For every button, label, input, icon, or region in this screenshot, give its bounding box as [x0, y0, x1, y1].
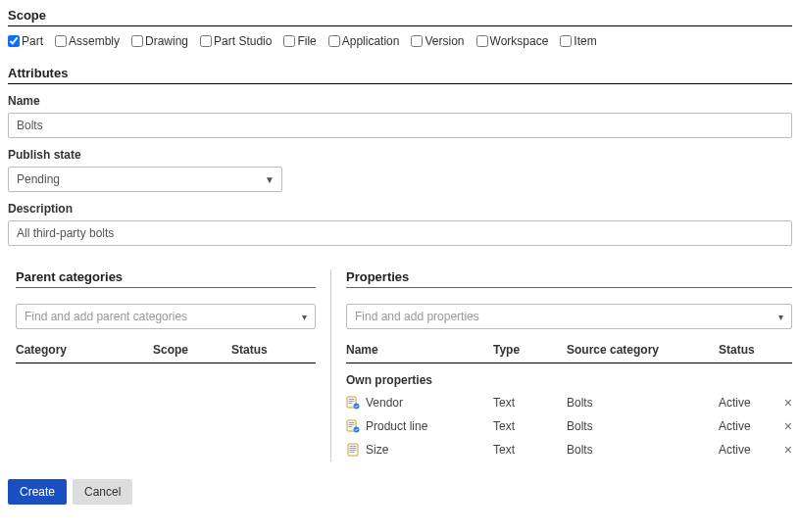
scope-checkbox-assembly[interactable] [55, 35, 67, 47]
scope-option-file[interactable]: File [283, 34, 316, 48]
remove-icon[interactable]: × [773, 395, 792, 411]
scope-label: Application [342, 34, 400, 48]
publish-state-label: Publish state [8, 148, 792, 162]
cancel-button[interactable]: Cancel [73, 479, 132, 505]
name-input[interactable] [8, 113, 792, 138]
scope-label: File [297, 34, 316, 48]
scope-option-partstudio[interactable]: Part Studio [200, 34, 272, 48]
combobox-placeholder: Find and add parent categories [25, 310, 187, 323]
table-row: Vendor Text Bolts Active × [346, 391, 792, 414]
scope-header: Scope [8, 8, 792, 26]
parent-table-header: Category Scope Status [16, 343, 316, 363]
property-type: Text [493, 443, 567, 457]
create-button[interactable]: Create [8, 479, 67, 505]
col-category: Category [16, 343, 153, 357]
property-name: Product line [366, 419, 427, 433]
col-scope: Scope [153, 343, 231, 357]
description-input[interactable] [8, 220, 792, 246]
scope-label: Assembly [69, 34, 120, 48]
remove-icon[interactable]: × [773, 418, 792, 434]
scope-checkbox-partstudio[interactable] [200, 35, 212, 47]
property-source: Bolts [567, 419, 719, 433]
scope-checkbox-workspace[interactable] [476, 35, 488, 47]
table-row: Size Text Bolts Active × [346, 438, 792, 461]
scope-label: Drawing [145, 34, 188, 48]
description-label: Description [8, 202, 792, 216]
scope-label: Item [574, 34, 596, 48]
scope-option-workspace[interactable]: Workspace [476, 34, 549, 48]
chevron-down-icon: ▾ [302, 312, 307, 322]
svg-rect-2 [349, 401, 355, 402]
property-status: Active [719, 419, 773, 433]
property-source: Bolts [567, 443, 719, 457]
properties-combobox[interactable]: Find and add properties ▾ [346, 304, 792, 329]
property-status: Active [719, 396, 773, 410]
scope-label: Version [425, 34, 464, 48]
col-status: Status [231, 343, 316, 357]
scope-option-drawing[interactable]: Drawing [131, 34, 188, 48]
col-name: Name [346, 343, 493, 357]
attributes-header: Attributes [8, 66, 792, 84]
scope-option-assembly[interactable]: Assembly [55, 34, 120, 48]
col-status: Status [719, 343, 792, 357]
svg-rect-7 [349, 424, 355, 425]
svg-rect-6 [349, 422, 355, 423]
parent-categories-combobox[interactable]: Find and add parent categories ▾ [16, 304, 316, 329]
scope-label: Part Studio [214, 34, 272, 48]
scope-option-item[interactable]: Item [560, 34, 596, 48]
property-name: Size [366, 443, 388, 457]
combobox-placeholder: Find and add properties [355, 310, 479, 323]
scope-label: Part [22, 34, 43, 48]
scope-checkbox-item[interactable] [560, 35, 572, 47]
scope-option-part[interactable]: Part [8, 34, 43, 48]
property-status: Active [719, 443, 773, 457]
svg-rect-8 [349, 426, 353, 427]
properties-header: Properties [346, 269, 792, 288]
svg-rect-11 [350, 446, 357, 447]
scope-checkbox-drawing[interactable] [131, 35, 143, 47]
scope-options: Part Assembly Drawing Part Studio File A… [8, 34, 792, 48]
svg-rect-1 [349, 399, 355, 400]
scope-option-application[interactable]: Application [328, 34, 400, 48]
scope-checkbox-application[interactable] [328, 35, 340, 47]
property-type: Text [493, 419, 567, 433]
remove-icon[interactable]: × [773, 442, 792, 458]
properties-group-own: Own properties [346, 369, 792, 391]
svg-rect-14 [350, 452, 355, 453]
scope-checkbox-version[interactable] [411, 35, 423, 47]
property-source: Bolts [567, 396, 719, 410]
property-icon [346, 443, 360, 457]
svg-rect-13 [350, 450, 357, 451]
col-type: Type [493, 343, 567, 357]
property-linked-icon [346, 396, 360, 410]
property-linked-icon [346, 419, 360, 433]
table-row: Product line Text Bolts Active × [346, 414, 792, 438]
name-label: Name [8, 94, 792, 108]
property-name: Vendor [366, 396, 403, 410]
scope-label: Workspace [490, 34, 549, 48]
scope-checkbox-file[interactable] [283, 35, 295, 47]
scope-option-version[interactable]: Version [411, 34, 464, 48]
publish-state-select[interactable] [8, 167, 282, 192]
chevron-down-icon: ▾ [778, 312, 783, 322]
property-type: Text [493, 396, 567, 410]
scope-checkbox-part[interactable] [8, 35, 20, 47]
properties-table-header: Name Type Source category Status [346, 343, 792, 363]
svg-rect-12 [350, 448, 357, 449]
svg-rect-3 [349, 403, 353, 404]
parent-categories-header: Parent categories [16, 269, 316, 288]
col-source: Source category [567, 343, 719, 357]
